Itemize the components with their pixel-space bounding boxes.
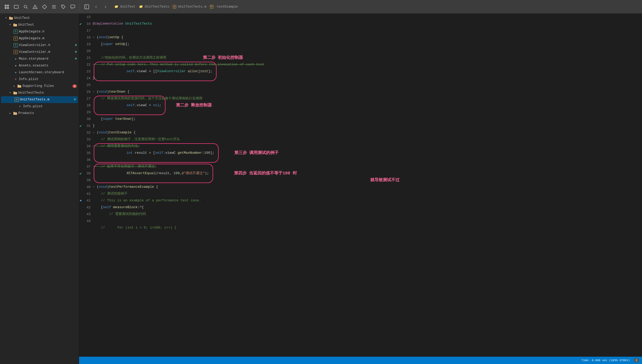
code-line-30: [super tearDown]; bbox=[93, 116, 642, 122]
gutter-21: 21 bbox=[79, 54, 93, 61]
code-line-44: // 需要测试性能的代码 bbox=[93, 211, 642, 218]
rect-icon[interactable] bbox=[13, 3, 20, 10]
sidebar-item-unitTest-group[interactable]: ▼ UnitTest bbox=[0, 21, 79, 28]
annotation-step2-release: 第二步 释放控制器 bbox=[176, 102, 212, 109]
plist-icon-2: ≡ bbox=[18, 104, 22, 109]
line-num-44: 43 bbox=[86, 212, 91, 216]
launch-icon: ◈ bbox=[14, 70, 18, 75]
UnitTestTests-m-badge: M bbox=[74, 98, 76, 101]
code-editor[interactable]: @implementation UnitTestTests - (void)se… bbox=[93, 14, 642, 357]
line-num-43: 42 bbox=[86, 206, 91, 209]
sidebar-item-unitTest-root[interactable]: ▼ UnitTest bbox=[0, 15, 79, 21]
sidebar-item-UnitTestTests[interactable]: ▼ UnitTestTests bbox=[0, 89, 79, 96]
svg-rect-1 bbox=[7, 5, 9, 7]
sidebar-item-ViewController-m[interactable]: m ViewController.m M bbox=[0, 49, 79, 55]
method-icon: M bbox=[210, 5, 213, 9]
gutter-30: 30 bbox=[79, 116, 93, 122]
line-num-28: 28 bbox=[86, 104, 91, 107]
line-num-18: 18 bbox=[86, 36, 91, 39]
breadcrumb-method[interactable]: M -testExample bbox=[210, 5, 238, 9]
grid-icon[interactable] bbox=[3, 3, 10, 10]
unittest-folder-icon bbox=[13, 91, 17, 95]
line-num-37: 37 bbox=[86, 165, 91, 169]
green-indicator-38[interactable]: ✔ bbox=[80, 171, 82, 176]
breadcrumb-unitTestTests[interactable]: 📁 UnitTestTests bbox=[139, 5, 169, 9]
code-line-43: [self measureBlock:^{ bbox=[93, 204, 642, 211]
editor-area: 15 ✔ 16 17 18 19 20 21 bbox=[79, 14, 642, 364]
line-num-32: 32 bbox=[86, 131, 91, 135]
line-num-27: 27 bbox=[86, 97, 91, 101]
sidebar-item-SupportingFiles[interactable]: ▶ Supporting Files 1 bbox=[0, 83, 79, 89]
breadcrumb-sep-2: › bbox=[170, 5, 172, 8]
gutter-40: 40 bbox=[79, 184, 93, 190]
gutter-35: 35 bbox=[79, 150, 93, 156]
sidebar-item-Assets[interactable]: ◈ Assets.xcassets bbox=[0, 62, 79, 69]
sidebar: ▼ UnitTest ▼ UnitTest h AppDelegate.h bbox=[0, 14, 79, 364]
line-num-40: 40 bbox=[86, 185, 91, 189]
nav-forward-button[interactable]: › bbox=[102, 3, 109, 10]
sidebar-item-UnitTestTests-m[interactable]: m UnitTestTests.m M bbox=[1, 96, 78, 103]
folder-icon: 📁 bbox=[114, 5, 118, 9]
sidebar-item-AppDelegate-h[interactable]: h AppDelegate.h bbox=[0, 28, 79, 35]
svg-rect-0 bbox=[5, 5, 7, 7]
sidebar-item-Info-plist-2[interactable]: ≡ Info.plist bbox=[0, 103, 79, 110]
sidebar-item-AppDelegate-m[interactable]: m AppDelegate.m bbox=[0, 35, 79, 42]
line-num-45: 44 bbox=[86, 219, 91, 223]
green-indicator-16[interactable]: ✔ bbox=[80, 22, 82, 26]
green-indicator-31[interactable]: ✔ bbox=[80, 124, 82, 128]
AppDelegate-h-label: AppDelegate.h bbox=[19, 30, 45, 33]
search-icon[interactable] bbox=[22, 3, 29, 10]
code-line-23: self.viewC = [[ViewController alloc]init… bbox=[93, 68, 642, 75]
ViewController-h-badge: M bbox=[75, 44, 77, 47]
gutter-33: 33 bbox=[79, 136, 93, 143]
gutter-29: 29 bbox=[79, 109, 93, 116]
line-num-15: 15 bbox=[86, 15, 91, 19]
toolbar-separator bbox=[80, 3, 80, 10]
unitTest-root-label: UnitTest bbox=[14, 16, 30, 20]
layout-icon[interactable] bbox=[83, 3, 90, 10]
breadcrumb-unitTest[interactable]: 📁 UnitTest bbox=[114, 5, 135, 9]
sidebar-item-LaunchScreen[interactable]: ◈ LaunchScreen.storyboard bbox=[0, 69, 79, 76]
warning-icon[interactable] bbox=[31, 3, 39, 10]
time-status: Time: 0.000 sec (105% STDEV) bbox=[582, 359, 630, 362]
svg-rect-14 bbox=[85, 5, 89, 9]
ViewController-m-label: ViewController.m bbox=[19, 50, 50, 54]
status-number: 2 bbox=[634, 359, 639, 362]
code-line-26: - (void)tearDown { bbox=[93, 88, 642, 95]
diamond-icon[interactable] bbox=[41, 3, 48, 10]
line-num-29: 29 bbox=[86, 110, 91, 114]
blue-indicator-42[interactable]: ● bbox=[80, 198, 82, 203]
code-line-20 bbox=[93, 48, 642, 54]
gutter-38: ✔ 38 bbox=[79, 170, 93, 177]
disclosure-arrow-3: ▶ bbox=[14, 85, 17, 88]
Products-label: Products bbox=[18, 111, 34, 115]
gutter-45: 44 bbox=[79, 218, 93, 224]
nav-back-button[interactable]: ‹ bbox=[92, 3, 100, 10]
file-h-icon: h bbox=[14, 30, 18, 34]
sidebar-item-Info-plist[interactable]: ≡ Info.plist bbox=[0, 76, 79, 83]
gutter-25: 25 bbox=[79, 82, 93, 88]
line-num-30: 30 bbox=[86, 117, 91, 121]
gutter-24: 24 bbox=[79, 75, 93, 82]
code-line-42: // This is an example of a performance t… bbox=[93, 197, 642, 204]
unitTest-group-label: UnitTest bbox=[18, 23, 34, 27]
sidebar-item-ViewController-h[interactable]: h ViewController.h M bbox=[0, 42, 79, 49]
sidebar-item-Main-storyboard[interactable]: ◈ Main.storyboard M bbox=[0, 55, 79, 62]
gutter-31: ✔ 31 bbox=[79, 122, 93, 129]
sidebar-item-Products[interactable]: ▶ Products bbox=[0, 110, 79, 117]
toolbar: ‹ › 📁 UnitTest › 📁 UnitTestTests › m Uni… bbox=[0, 0, 642, 14]
plist-icon: ≡ bbox=[14, 77, 18, 81]
file-m-icon-3: m bbox=[14, 50, 18, 54]
svg-rect-3 bbox=[7, 7, 9, 9]
line-num-24: 24 bbox=[86, 76, 91, 80]
gutter-26: 26 bbox=[79, 88, 93, 95]
list-icon[interactable] bbox=[50, 3, 58, 10]
code-line-25 bbox=[93, 82, 642, 88]
code-line-46: // for (int i = 0; i<100; i++) { bbox=[93, 224, 642, 231]
breadcrumb-file[interactable]: m UnitTestTests.m bbox=[173, 5, 206, 9]
bubble-icon[interactable] bbox=[69, 3, 76, 10]
annotation-step3: 第三步 调用测试的例子 bbox=[234, 150, 279, 156]
tag-icon[interactable] bbox=[60, 3, 67, 10]
code-line-38: XCTAssertEqual(result, 100,@"测试不通过"); 第四… bbox=[93, 170, 642, 177]
supporting-folder-icon bbox=[17, 84, 21, 88]
